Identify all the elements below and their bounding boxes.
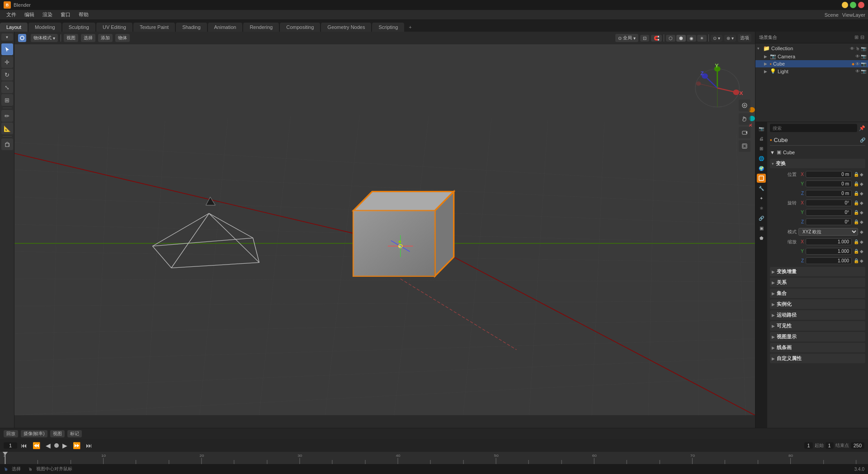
relations-section[interactable]: ▶ 关系 — [770, 278, 865, 287]
lock-z-icon[interactable]: 🔒 — [854, 191, 859, 196]
mode-selector[interactable]: ▼ — [1, 33, 13, 41]
tab-geometry-nodes[interactable]: Geometry Nodes — [321, 23, 371, 32]
viewport-select-menu[interactable]: 选择 — [81, 34, 95, 42]
play-btn[interactable]: ▶ — [61, 441, 69, 450]
menu-help[interactable]: 帮助 — [75, 10, 92, 19]
rotation-x-value[interactable]: 0° — [806, 199, 852, 206]
viewport-mode-icon[interactable] — [18, 34, 26, 42]
lock-y-icon[interactable]: 🔒 — [854, 181, 859, 186]
measure-tool[interactable]: 📐 — [1, 123, 13, 134]
line-art-section[interactable]: ▶ 线条画 — [770, 343, 865, 352]
solid-shading[interactable]: ⬢ — [676, 35, 686, 42]
transform-tool[interactable]: ⊞ — [1, 94, 13, 106]
props-object-name[interactable]: Cube — [774, 137, 858, 143]
custom-props-section[interactable]: ▶ 自定义属性 — [770, 354, 865, 363]
timeline-ruler[interactable]: 1 10 20 30 40 50 60 70 80 — [0, 452, 868, 464]
anim-y-icon[interactable]: ◆ — [860, 181, 863, 186]
move-tool[interactable]: ✛ — [1, 56, 13, 68]
viewport-overlays[interactable]: ⊙ ▾ — [711, 35, 722, 42]
rotation-mode-select[interactable]: XYZ 欧拉 — [798, 228, 858, 236]
viewport-display-section[interactable]: ▶ 视图显示 — [770, 332, 865, 341]
tab-uv-editing[interactable]: UV Editing — [96, 23, 132, 32]
rotation-y-value[interactable]: 0° — [806, 209, 852, 216]
props-mesh-name[interactable]: Cube — [783, 150, 795, 155]
lock-rx-icon[interactable]: 🔒 — [854, 200, 859, 205]
collection-vis-render[interactable]: 📷 — [861, 46, 866, 51]
cube-vis-eye[interactable]: 👁 — [855, 62, 860, 66]
props-link-icon[interactable]: 🔗 — [860, 137, 865, 142]
play-reverse-btn[interactable]: ◀ — [44, 441, 52, 450]
anim-ry-icon[interactable]: ◆ — [860, 210, 863, 215]
collection-vis-cursor[interactable]: 🖱 — [855, 46, 860, 51]
tab-texture-paint[interactable]: Texture Paint — [133, 23, 175, 32]
add-cube-tool[interactable] — [1, 138, 13, 150]
end-frame-display[interactable]: 250 — [851, 442, 864, 449]
collection-vis-eye[interactable]: 👁 — [850, 46, 854, 51]
instancing-section[interactable]: ▶ 实例化 — [770, 299, 865, 309]
scale-z-value[interactable]: 1.000 — [806, 257, 852, 264]
anim-rx-icon[interactable]: ◆ — [860, 200, 863, 205]
viewport-object-menu[interactable]: 物体 — [115, 34, 130, 42]
camera-vis-render[interactable]: 📷 — [861, 54, 866, 59]
tab-compositing[interactable]: Compositing — [280, 23, 320, 32]
props-render-tab[interactable]: 📷 — [757, 124, 766, 133]
menu-file[interactable]: 文件 — [3, 10, 20, 19]
cursor-tool[interactable] — [1, 43, 13, 55]
zoom-to-fit[interactable] — [739, 100, 750, 111]
playback-btn[interactable]: 回放 — [4, 430, 18, 437]
tab-modeling[interactable]: Modeling — [28, 23, 61, 32]
scale-x-value[interactable]: 1.000 — [806, 238, 852, 245]
outliner-light[interactable]: ▶ 💡 Light 👁 📷 — [755, 67, 868, 75]
outliner-restrict-icon[interactable]: ⊟ — [860, 34, 864, 40]
outliner-camera[interactable]: ▶ 📷 Camera 👁 📷 — [755, 52, 868, 60]
anim-sy-icon[interactable]: ◆ — [860, 249, 863, 254]
tab-rendering[interactable]: Rendering — [243, 23, 279, 32]
props-scene-tab[interactable]: 🌐 — [757, 154, 766, 163]
tab-animation[interactable]: Animation — [208, 23, 243, 32]
lock-sx-icon[interactable]: 🔒 — [854, 239, 859, 244]
lock-sy-icon[interactable]: 🔒 — [854, 249, 859, 254]
minimize-button[interactable]: — — [842, 2, 848, 8]
scale-y-value[interactable]: 1.000 — [806, 248, 852, 255]
props-material-tab[interactable]: ⬟ — [757, 233, 766, 242]
anim-z-icon[interactable]: ◆ — [860, 191, 863, 196]
rotation-mode-anim-icon[interactable]: ◆ — [860, 229, 863, 234]
menu-window[interactable]: 窗口 — [57, 10, 74, 19]
location-z-value[interactable]: 0 m — [806, 190, 852, 197]
snap-toggle[interactable]: 🧲 — [651, 35, 662, 42]
cube-vis-render[interactable]: 📷 — [861, 62, 866, 66]
step-back-btn[interactable]: ⏪ — [31, 441, 42, 450]
render-region[interactable] — [739, 140, 750, 152]
anim-sx-icon[interactable]: ◆ — [860, 239, 863, 244]
visibility-section[interactable]: ▶ 可见性 — [770, 321, 865, 331]
props-output-tab[interactable]: 🖨 — [757, 134, 766, 143]
anim-x-icon[interactable]: ◆ — [860, 172, 863, 177]
hand-tool[interactable] — [739, 113, 750, 125]
start-frame-display[interactable]: 1 — [804, 442, 812, 449]
anim-rz-icon[interactable]: ◆ — [860, 219, 863, 224]
rendered-shading[interactable]: ☀ — [697, 35, 707, 42]
wireframe-shading[interactable]: ⬡ — [666, 35, 675, 42]
rotate-tool[interactable]: ↻ — [1, 69, 13, 81]
anim-sz-icon[interactable]: ◆ — [860, 258, 863, 263]
annotate-tool[interactable]: ✏ — [1, 110, 13, 122]
outliner-collection[interactable]: ▾ 📁 Collection 👁 🖱 📷 — [755, 44, 868, 52]
motion-paths-section[interactable]: ▶ 运动路径 — [770, 310, 865, 320]
transform-section-header[interactable]: ▾ 变换 — [770, 159, 865, 168]
transform-orientations[interactable]: ⊡ — [640, 35, 649, 42]
close-button[interactable]: ✕ — [858, 2, 864, 8]
viewport-gizmos[interactable]: ⊛ ▾ — [724, 35, 736, 42]
viewport-view-menu[interactable]: 视图 — [64, 34, 78, 42]
props-pin-icon[interactable]: 📌 — [859, 125, 865, 131]
viewport-options[interactable]: 选项 — [738, 34, 751, 42]
scale-tool[interactable]: ⤡ — [1, 81, 13, 93]
material-shading[interactable]: ◉ — [687, 35, 696, 42]
menu-render[interactable]: 渲染 — [39, 10, 56, 19]
marker-btn[interactable]: 标记 — [67, 430, 82, 437]
collections-section[interactable]: ▶ 集合 — [770, 289, 865, 298]
object-mode-dropdown[interactable]: 物体模式 ▾ — [31, 34, 58, 42]
step-forward-btn[interactable]: ⏩ — [71, 441, 82, 450]
lock-sz-icon[interactable]: 🔒 — [854, 258, 859, 263]
tab-shading[interactable]: Shading — [176, 23, 207, 32]
outliner-cube[interactable]: ▶ ▪ Cube ◆ 👁 📷 — [755, 60, 868, 67]
